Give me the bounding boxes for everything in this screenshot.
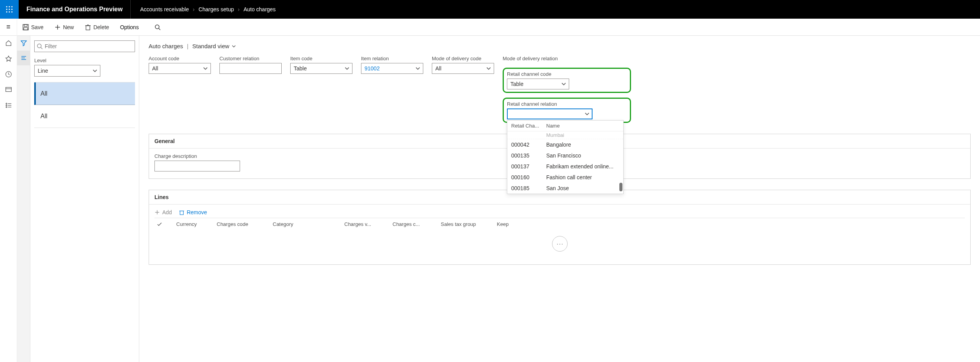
view-label: Standard view [192,43,229,49]
star-icon[interactable] [5,55,12,62]
lookup-name: Mumbai [546,132,564,138]
col-currency[interactable]: Currency [176,221,203,227]
list-toggle-button[interactable] [17,51,30,65]
funnel-icon [21,40,27,46]
lookup-id: 000042 [511,142,546,148]
plus-icon [154,210,160,215]
lookup-row[interactable]: 000160Fashion call center [507,172,623,183]
grid-header: Currency Charges code Category Charges v… [154,218,965,230]
add-line-button[interactable]: Add [154,209,172,215]
chevron-down-icon [92,68,98,73]
lookup-name: San Jose [546,185,619,191]
waffle-icon [5,5,13,13]
chevron-down-icon [561,81,566,87]
lookup-id: 000185 [511,185,546,191]
workspace-icon[interactable] [5,86,12,93]
col-charges-currency[interactable]: Charges c... [393,221,428,227]
col-category[interactable]: Category [273,221,331,227]
clock-icon[interactable] [5,71,12,78]
options-button[interactable]: Options [114,19,144,36]
lookup-id: 000135 [511,152,546,159]
level-value: Line [38,68,48,74]
page-header: Auto charges | Standard view [149,43,971,49]
chevron-down-icon [486,66,491,71]
lookup-id: 000160 [511,174,546,180]
record-list: All All [34,82,135,128]
lines-toolbar: Add Remove [154,209,965,215]
col-charges-code[interactable]: Charges code [217,221,259,227]
col-keep[interactable]: Keep [497,221,516,227]
left-nav-rail [0,36,17,362]
highlight-retail-channel-relation: Retail channel relation Retail Cha... [503,98,631,123]
breadcrumb-item[interactable]: Charges setup [198,6,234,12]
item-code-select[interactable]: Table [290,63,352,74]
col-sales-tax-group[interactable]: Sales tax group [441,221,484,227]
select-all-checkbox[interactable] [157,222,163,227]
new-button[interactable]: New [49,19,79,36]
mode-delivery-code-select[interactable]: All [432,63,494,74]
svg-rect-14 [86,26,90,30]
retail-channel-relation-select[interactable] [507,108,593,119]
trash-icon [85,24,91,30]
svg-point-1 [9,6,10,7]
chevron-down-icon [344,66,350,71]
lookup-row[interactable]: 000185San Jose [507,183,623,194]
search-button[interactable] [149,19,166,36]
delete-button[interactable]: Delete [79,19,114,36]
content-area: Auto charges | Standard view Account cod… [139,36,980,362]
field-label: Customer relation [219,56,282,61]
lookup-row[interactable]: 000135San Francisco [507,150,623,161]
app-title: Finance and Operations Preview [19,0,131,19]
field-mode-delivery-relation: Mode of delivery relation Retail channel… [503,56,631,123]
filter-toggle-button[interactable] [17,36,30,51]
item-relation-select[interactable]: 91002 [361,63,423,74]
delete-label: Delete [93,24,109,30]
plus-icon [54,24,61,30]
customer-relation-input[interactable] [219,63,282,74]
options-label: Options [120,24,138,30]
svg-point-3 [6,9,7,10]
home-icon[interactable] [5,40,12,47]
search-icon [154,24,161,30]
lookup-body[interactable]: Mumbai 000042Bangalore 000135San Francis… [507,131,623,194]
field-label: Account code [149,56,211,61]
check-icon [157,222,162,227]
nav-toggle-button[interactable]: ≡ [0,19,17,36]
retail-channel-code-select[interactable]: Table [507,79,569,89]
account-code-select[interactable]: All [149,63,211,74]
chevron-right-icon: › [193,6,195,12]
breadcrumb: Accounts receivable › Charges setup › Au… [131,6,275,12]
field-label: Mode of delivery code [432,56,494,61]
list-item[interactable]: All [34,82,135,105]
lookup-row[interactable]: 000042Bangalore [507,139,623,150]
level-select[interactable]: Line [34,65,100,77]
field-label: Item relation [361,56,423,61]
breadcrumb-item[interactable]: Auto charges [244,6,276,12]
app-launcher-button[interactable] [0,0,19,19]
chevron-right-icon: › [238,6,240,12]
lookup-row[interactable]: 000137Fabrikam extended online... [507,161,623,172]
charge-description-input[interactable] [154,161,240,171]
breadcrumb-item[interactable]: Accounts receivable [140,6,189,12]
col-charges-value[interactable]: Charges v... [344,221,379,227]
action-bar: ≡ Save New Delete Options [0,19,980,36]
lookup-name: Fabrikam extended online... [546,163,619,170]
lookup-col-name[interactable]: Name [546,123,619,129]
save-icon [23,24,29,30]
scrollbar-thumb[interactable] [619,183,622,191]
view-selector[interactable]: Standard view [192,43,236,49]
lookup-name: Fashion call center [546,174,619,180]
field-item-relation: Item relation 91002 [361,56,423,123]
modules-icon[interactable] [5,102,12,109]
filter-input[interactable] [34,40,135,52]
combo-value: 91002 [365,65,380,72]
lookup-col-id[interactable]: Retail Cha... [511,123,546,129]
field-customer-relation: Customer relation [219,56,282,123]
list-item[interactable]: All [34,105,135,128]
list-icon [21,55,27,61]
field-label: Item code [290,56,352,61]
add-label: Add [162,209,172,215]
save-button[interactable]: Save [17,19,49,36]
svg-point-26 [6,107,7,108]
remove-line-button[interactable]: Remove [179,209,207,215]
